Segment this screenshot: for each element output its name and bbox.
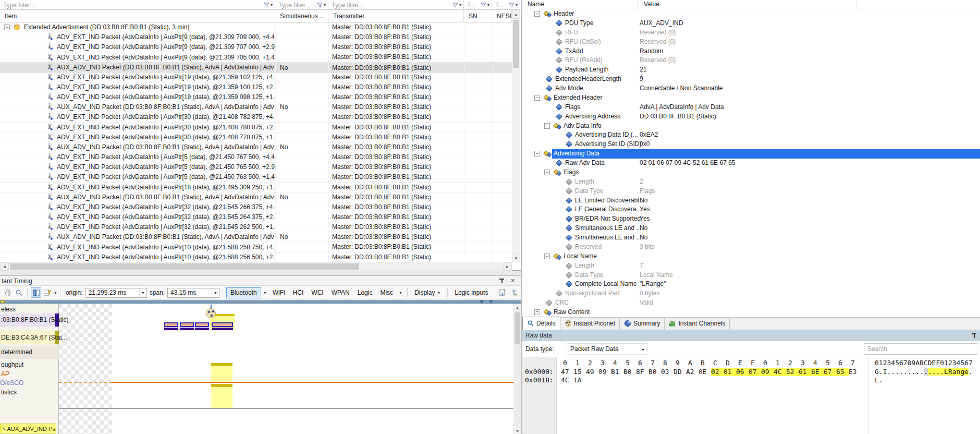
origin-combobox[interactable]: 21,295.23 ms ▼ — [85, 288, 147, 298]
type-filter-input[interactable]: T... — [464, 2, 479, 9]
tree-column-value[interactable]: Value — [644, 1, 659, 8]
display-menu-button[interactable]: Display ▼ — [411, 287, 444, 298]
protocol-toggle-wpan[interactable]: WPAN — [328, 287, 353, 298]
expander-plus-icon[interactable]: + — [534, 309, 540, 315]
data-type-select[interactable]: Packet Raw Data ▼ — [567, 343, 647, 355]
lane-device-1[interactable]: :03:B0:8F:B0:B1 (Static) — [0, 314, 59, 327]
hex-byte[interactable]: 15 — [573, 368, 586, 376]
throughput-bar-lower[interactable] — [211, 384, 232, 408]
hex-byte[interactable]: 67 — [824, 368, 836, 376]
hex-byte[interactable]: 07 — [749, 368, 761, 376]
tree-row-non-significant-part[interactable]: Non-significant Part0 bytes — [522, 289, 980, 298]
column-header-transmitter[interactable]: Transmitter — [328, 10, 464, 22]
pin-icon[interactable] — [972, 332, 976, 339]
type-filter-input[interactable]: T... — [492, 2, 507, 9]
packet-row[interactable]: ADV_EXT_IND Packet (AdvDataInfo | AuxPtr… — [0, 92, 512, 102]
selected-adv-packet-bar[interactable] — [212, 322, 233, 330]
protocol-toggle-wifi[interactable]: WiFi — [269, 287, 289, 298]
protocol-toggle-hci[interactable]: HCI — [289, 287, 308, 298]
tree-row-adv-mode[interactable]: Adv ModeConnectable / Non Scannable — [522, 84, 980, 93]
expander-minus-icon[interactable]: − — [534, 95, 540, 101]
expander-minus-icon[interactable]: − — [534, 151, 540, 156]
throughput-bar-upper[interactable] — [211, 363, 232, 382]
hex-byte[interactable]: A2 — [686, 368, 699, 376]
protocol-toggle-wci[interactable]: WCI — [308, 287, 327, 298]
chevron-down-icon[interactable]: ▼ — [139, 288, 146, 297]
hex-byte[interactable]: 6E — [811, 368, 824, 376]
filter-funnel-button[interactable]: ▼ — [451, 1, 463, 9]
logic-inputs-button[interactable]: Logic inputs — [451, 287, 492, 298]
hex-byte[interactable]: B1 — [611, 368, 623, 376]
hex-byte[interactable]: DD — [673, 368, 686, 376]
hex-dump[interactable]: 0123456789ABCDEF012345670123456789ABCDEF… — [522, 357, 980, 434]
tree-row-extended-header[interactable]: −Extended Header — [522, 93, 980, 103]
packet-row[interactable]: ADV_EXT_IND Packet (AdvDataInfo | AuxPtr… — [0, 222, 512, 232]
hex-byte[interactable]: E3 — [849, 368, 861, 376]
packet-list-vertical-scrollbar[interactable]: ▲ ▼ — [512, 10, 520, 262]
hex-byte[interactable]: 03 — [661, 368, 673, 376]
hex-byte[interactable]: 4C — [561, 376, 573, 384]
hex-byte[interactable]: 01 — [724, 368, 736, 376]
scroll-right-button[interactable]: ► — [503, 262, 512, 271]
packet-row[interactable]: ADV_EXT_IND Packet (AdvDataInfo | AuxPtr… — [0, 242, 512, 252]
tree-row-simultaneous-le-and[interactable]: Simultaneous LE and ...No — [522, 224, 980, 233]
tree-row-data-type[interactable]: Data TypeFlags — [522, 187, 980, 196]
tree-row-reserved[interactable]: Reserved3 bits — [522, 243, 980, 252]
tree-row-adv-data-info[interactable]: −Adv Data Info — [522, 122, 980, 131]
tree-row-advertising-set-id-sid[interactable]: Advertising Set ID (SID)0x0 — [522, 140, 980, 149]
packet-row[interactable]: ADV_EXT_IND Packet (AdvDataInfo | AuxPtr… — [0, 152, 512, 162]
expander-minus-icon[interactable]: − — [544, 254, 550, 259]
packet-row[interactable]: AUX_ADV_IND Packet (DD:03:B0:8F:B0:B1 (S… — [0, 142, 512, 152]
filter-funnel-button[interactable]: ▼ — [262, 1, 275, 9]
scroll-up-button[interactable]: ▲ — [512, 10, 520, 19]
antenna-export-icon[interactable] — [509, 287, 519, 298]
hex-byte[interactable]: 8F — [636, 368, 648, 376]
tree-row-complete-local-name[interactable]: Complete Local Name"LRange" — [522, 280, 980, 289]
packet-row[interactable]: ADV_EXT_IND Packet (AdvDataInfo | AuxPtr… — [0, 212, 512, 222]
hex-byte[interactable]: 47 — [561, 368, 573, 376]
tab-details[interactable]: Details — [522, 317, 560, 330]
tree-row-rfu-chsel[interactable]: RFU (ChSel)Reserved (0) — [522, 38, 980, 47]
tab-summary[interactable]: Summary — [620, 317, 665, 330]
scroll-down-button[interactable]: ▼ — [512, 254, 520, 262]
chevron-down-icon[interactable]: ▼ — [262, 291, 268, 295]
tree-row-data-type[interactable]: Data TypeLocal Name — [522, 271, 980, 280]
timing-chart[interactable]: eless :03:B0:8F:B0:B1 (Static) DE:B3:C4:… — [0, 304, 521, 434]
tree-row-length[interactable]: Length7 — [522, 261, 980, 271]
packet-row[interactable]: ADV_EXT_IND Packet (AdvDataInfo | AuxPtr… — [0, 112, 512, 122]
packet-row[interactable]: ADV_EXT_IND Packet (AdvDataInfo | AuxPtr… — [0, 32, 512, 42]
protocol-toggle-misc[interactable]: Misc — [376, 287, 397, 298]
tree-row-txadd[interactable]: TxAddRandom — [522, 47, 980, 56]
hex-byte[interactable]: 52 — [786, 368, 799, 376]
chevron-down-icon[interactable]: ▼ — [212, 288, 219, 297]
tab-instant-channels[interactable]: Instant Channels — [665, 317, 730, 330]
span-combobox[interactable]: 43.15 ms ▼ — [167, 288, 219, 298]
lane-device-2[interactable]: DE:B3:C4:3A:67 (Stat... — [0, 331, 59, 344]
packet-row[interactable]: ADV_EXT_IND Packet (AdvDataInfo | AuxPtr… — [0, 42, 512, 52]
packet-row[interactable]: AUX_ADV_IND Packet (DD:03:B0:8F:B0:B1 (S… — [0, 63, 512, 73]
scroll-thumb[interactable] — [514, 312, 520, 344]
tree-row-le-limited-discoverabl[interactable]: LE Limited Discoverabl...No — [522, 196, 980, 206]
packet-row[interactable]: ADV_EXT_IND Packet (AdvDataInfo | AuxPtr… — [0, 52, 512, 62]
protocol-toggle-logic[interactable]: Logic — [354, 287, 376, 298]
hex-byte[interactable]: B0 — [623, 368, 636, 376]
scroll-up-button[interactable]: ▲ — [513, 304, 521, 311]
type-filter-input[interactable]: Type filter... — [0, 2, 262, 9]
hex-byte[interactable]: 65 — [836, 368, 849, 376]
advertisement-group-row[interactable]: −Extended Advertisment (DD:03:B0:8F:B0:B… — [0, 22, 512, 32]
piconet-marker-icon[interactable] — [206, 308, 216, 318]
type-filter-input[interactable]: Type filter... — [275, 2, 315, 9]
tree-row-advertising-data-id[interactable]: Advertising Data ID (...0xEA2 — [522, 130, 980, 140]
hex-byte[interactable]: 0E — [699, 368, 711, 376]
hex-byte[interactable]: B0 — [648, 368, 661, 376]
tree-row-rfu-rxadd[interactable]: RFU (RxAdd)Reserved (0) — [522, 56, 980, 65]
pin-icon[interactable] — [499, 278, 504, 284]
chevron-down-icon[interactable]: ▼ — [54, 291, 57, 295]
tree-row-raw-adv-data[interactable]: Raw Adv Data02 01 06 07 09 4C 52 61 6E 6… — [522, 159, 980, 168]
split-view-toggle[interactable] — [31, 287, 41, 298]
tree-row-length[interactable]: Length2 — [522, 177, 980, 187]
column-header-sn[interactable]: SN — [464, 10, 492, 22]
tree-row-payload-length[interactable]: Payload Length21 — [522, 65, 980, 75]
chevron-down-icon[interactable]: ▼ — [397, 291, 404, 295]
packet-row[interactable]: AUX_ADV_IND Packet (DD:03:B0:8F:B0:B1 (S… — [0, 192, 512, 202]
